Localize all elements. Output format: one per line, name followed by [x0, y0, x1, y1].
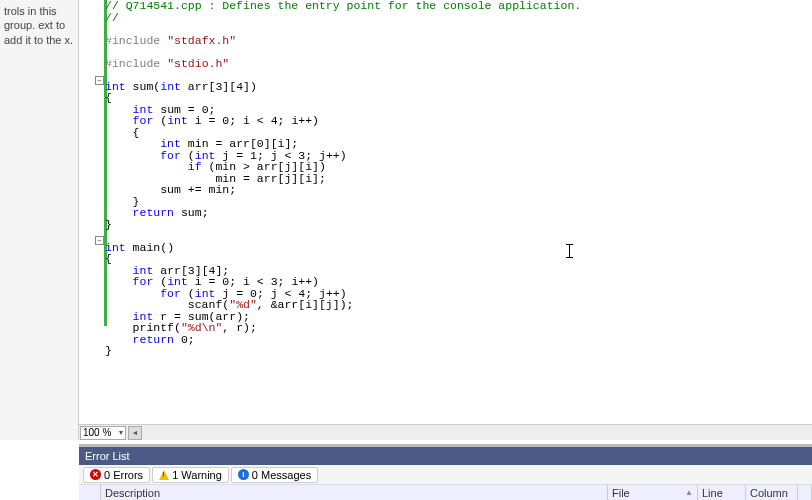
errors-label: 0 Errors: [104, 469, 143, 481]
scroll-left-button[interactable]: ◂: [128, 426, 142, 440]
chevron-down-icon: ▾: [119, 428, 123, 437]
error-icon: ✕: [90, 469, 101, 480]
warnings-label: 1 Warning: [172, 469, 222, 481]
messages-tab[interactable]: i 0 Messages: [231, 467, 318, 483]
code-content[interactable]: // Q714541.cpp : Defines the entry point…: [79, 0, 812, 357]
error-list-title: Error List: [79, 447, 812, 465]
sort-asc-icon: ▲: [685, 488, 693, 497]
col-line[interactable]: Line: [698, 485, 746, 500]
zoom-level-select[interactable]: 100 % ▾: [80, 426, 126, 440]
info-icon: i: [238, 469, 249, 480]
col-column[interactable]: Column: [746, 485, 798, 500]
error-list-tabs: ✕ 0 Errors 1 Warning i 0 Messages: [79, 465, 812, 485]
toolbox-panel: trols in this group. ext to add it to th…: [0, 0, 79, 440]
messages-label: 0 Messages: [252, 469, 311, 481]
code-editor[interactable]: − − // Q714541.cpp : Defines the entry p…: [79, 0, 812, 424]
text-caret: [569, 244, 570, 258]
warning-icon: [159, 470, 169, 480]
zoom-value: 100 %: [83, 427, 111, 438]
col-file[interactable]: File ▲: [608, 485, 698, 500]
col-extra[interactable]: [798, 485, 812, 500]
col-description[interactable]: Description: [101, 485, 608, 500]
error-list-panel: Error List ✕ 0 Errors 1 Warning i 0 Mess…: [79, 444, 812, 500]
toolbox-hint-text: trols in this group. ext to add it to th…: [4, 5, 73, 46]
errors-tab[interactable]: ✕ 0 Errors: [83, 467, 150, 483]
editor-status-bar: 100 % ▾ ◂: [79, 424, 812, 440]
col-icon[interactable]: [79, 485, 101, 500]
error-list-header[interactable]: Description File ▲ Line Column: [79, 485, 812, 500]
warnings-tab[interactable]: 1 Warning: [152, 467, 229, 483]
